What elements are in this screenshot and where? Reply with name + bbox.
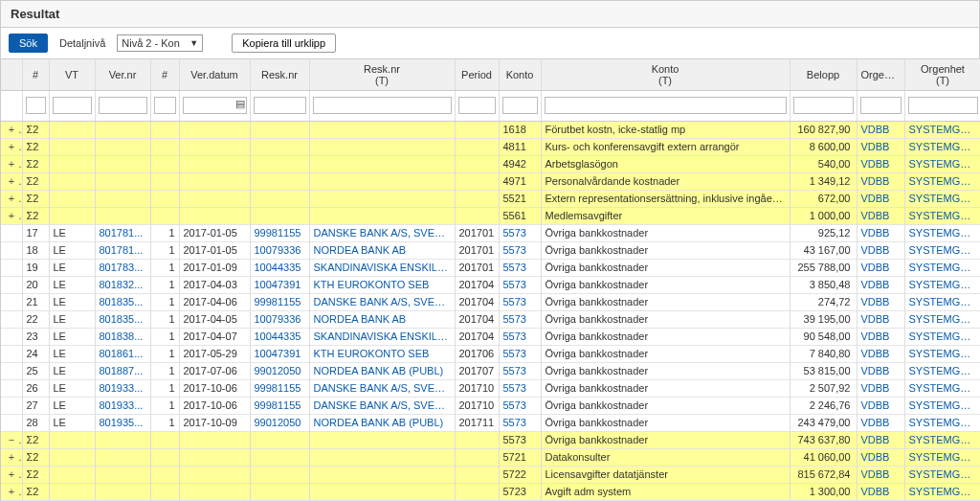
cell-orgenhet-t[interactable]: SYSTEMGRUP... [904, 293, 980, 310]
cell-orgenhet-t[interactable]: SYSTEMGRUP... [904, 190, 980, 207]
cell-orgenhet[interactable]: VDBB [857, 190, 904, 207]
col-vernr[interactable]: Ver.nr [95, 59, 150, 90]
expand-toggle[interactable]: + [5, 193, 18, 204]
cell-orgenhet-t[interactable]: SYSTEMGRUP... [904, 172, 980, 190]
summary-row[interactable]: +Σ25722Licensavgifter datatjänster815 67… [1, 466, 980, 483]
cell-resknr-t[interactable]: NORDEA BANK AB [309, 310, 455, 328]
col-orgenhet-t[interactable]: Orgenhet (T) [904, 59, 980, 90]
cell-orgenhet[interactable]: VDBB [857, 397, 904, 414]
cell-vernr[interactable]: 801933... [95, 379, 150, 397]
filter-vt[interactable] [53, 97, 92, 114]
cell-resknr[interactable]: 10079336 [250, 310, 309, 328]
table-row[interactable]: 28LE801935...12017-10-0999012050NORDEA B… [1, 414, 980, 431]
table-row[interactable]: 24LE801861...12017-05-2910047391KTH EURO… [1, 345, 980, 362]
cell-resknr[interactable]: 10079336 [250, 241, 309, 259]
col-konto-t[interactable]: Konto (T) [541, 59, 790, 90]
cell-resknr-t[interactable]: DANSKE BANK A/S, SVERIGE FIL... [309, 224, 455, 241]
cell-vernr[interactable]: 801861... [95, 345, 150, 362]
cell-orgenhet-t[interactable]: SYSTEMGRUP... [904, 431, 980, 448]
expand-toggle[interactable]: + [5, 124, 18, 135]
cell-orgenhet-t[interactable]: SYSTEMGRUP... [904, 241, 980, 259]
col-konto[interactable]: Konto [499, 59, 541, 90]
copy-to-clipboard-button[interactable]: Kopiera till urklipp [232, 34, 336, 53]
cell-resknr[interactable]: 10044335 [250, 328, 309, 345]
cell-orgenhet-t[interactable]: SYSTEMGRUP... [904, 483, 980, 500]
search-button[interactable]: Sök [9, 34, 48, 53]
cell-vernr[interactable]: 801835... [95, 310, 150, 328]
expand-toggle[interactable]: + [5, 210, 18, 221]
cell-vernr[interactable]: 801935... [95, 414, 150, 431]
col-expand[interactable] [1, 59, 22, 90]
col-orgenhet[interactable]: Orgenhet [857, 59, 904, 90]
cell-konto[interactable]: 5573 [499, 310, 541, 328]
cell-resknr-t[interactable]: NORDEA BANK AB (PUBL) [309, 362, 455, 379]
cell-orgenhet-t[interactable]: SYSTEMGRUP... [904, 310, 980, 328]
cell-resknr-t[interactable]: SKANDINAVISKA ENSKILDA BAN... [309, 259, 455, 276]
cell-konto[interactable]: 5573 [499, 414, 541, 431]
cell-orgenhet[interactable]: VDBB [857, 224, 904, 241]
expand-toggle[interactable]: + [5, 141, 18, 152]
summary-row[interactable]: −Σ25573Övriga bankkostnader743 637,80VDB… [1, 431, 980, 448]
col-verdatum[interactable]: Ver.datum [179, 59, 250, 90]
filter-konto[interactable] [502, 97, 538, 114]
cell-orgenhet-t[interactable]: SYSTEMGRUP... [904, 276, 980, 293]
table-row[interactable]: 25LE801887...12017-07-0699012050NORDEA B… [1, 362, 980, 379]
cell-resknr[interactable]: 99012050 [250, 362, 309, 379]
cell-orgenhet[interactable]: VDBB [857, 414, 904, 431]
summary-row[interactable]: +Σ24971Personalvårdande kostnader1 349,1… [1, 172, 980, 190]
summary-row[interactable]: +Σ25723Avgift adm system1 300,00VDBBSYST… [1, 483, 980, 500]
cell-orgenhet-t[interactable]: SYSTEMGRUP... [904, 448, 980, 466]
cell-orgenhet[interactable]: VDBB [857, 448, 904, 466]
table-row[interactable]: 22LE801835...12017-04-0510079336NORDEA B… [1, 310, 980, 328]
cell-orgenhet[interactable]: VDBB [857, 138, 904, 155]
cell-resknr[interactable]: 99012050 [250, 414, 309, 431]
cell-resknr[interactable]: 99981155 [250, 293, 309, 310]
table-row[interactable]: 27LE801933...12017-10-0699981155DANSKE B… [1, 397, 980, 414]
summary-row[interactable]: +Σ24942Arbetsglasögon540,00VDBBSYSTEMGRU… [1, 155, 980, 172]
cell-orgenhet[interactable]: VDBB [857, 466, 904, 483]
summary-row[interactable]: +Σ25721Datakonsulter41 060,00VDBBSYSTEMG… [1, 448, 980, 466]
cell-resknr[interactable]: 99981155 [250, 379, 309, 397]
cell-resknr-t[interactable]: DANSKE BANK A/S, SVERIGE FIL... [309, 379, 455, 397]
cell-konto[interactable]: 5573 [499, 328, 541, 345]
cell-orgenhet[interactable]: VDBB [857, 241, 904, 259]
filter-resknr-t[interactable] [313, 97, 452, 114]
cell-orgenhet-t[interactable]: SYSTEMGRUP... [904, 345, 980, 362]
col-hash[interactable]: # [150, 59, 179, 90]
cell-orgenhet-t[interactable]: SYSTEMGRUP... [904, 379, 980, 397]
cell-konto[interactable]: 5573 [499, 293, 541, 310]
cell-konto[interactable]: 5573 [499, 259, 541, 276]
cell-orgenhet[interactable]: VDBB [857, 431, 904, 448]
filter-belopp[interactable] [793, 97, 854, 114]
cell-resknr[interactable]: 99981155 [250, 224, 309, 241]
cell-orgenhet[interactable]: VDBB [857, 483, 904, 500]
cell-konto[interactable]: 5573 [499, 362, 541, 379]
cell-vernr[interactable]: 801933... [95, 397, 150, 414]
expand-toggle[interactable]: + [5, 451, 18, 463]
table-row[interactable]: 21LE801835...12017-04-0699981155DANSKE B… [1, 293, 980, 310]
table-row[interactable]: 17LE801781...12017-01-0599981155DANSKE B… [1, 224, 980, 241]
filter-period[interactable] [458, 97, 496, 114]
summary-row[interactable]: +Σ25521Extern representationsersättning,… [1, 190, 980, 207]
expand-toggle[interactable]: + [5, 468, 18, 480]
cell-orgenhet[interactable]: VDBB [857, 310, 904, 328]
cell-konto[interactable]: 5573 [499, 379, 541, 397]
cell-orgenhet[interactable]: VDBB [857, 362, 904, 379]
calendar-icon[interactable]: ▤ [235, 98, 245, 110]
cell-orgenhet-t[interactable]: SYSTEMGRUP... [904, 138, 980, 155]
cell-orgenhet[interactable]: VDBB [857, 379, 904, 397]
cell-konto[interactable]: 5573 [499, 276, 541, 293]
cell-orgenhet[interactable]: VDBB [857, 121, 904, 138]
cell-konto[interactable]: 5573 [499, 397, 541, 414]
table-row[interactable]: 19LE801783...12017-01-0910044335SKANDINA… [1, 259, 980, 276]
cell-orgenhet[interactable]: VDBB [857, 276, 904, 293]
table-row[interactable]: 18LE801781...12017-01-0510079336NORDEA B… [1, 241, 980, 259]
filter-konto-t[interactable] [545, 97, 787, 114]
cell-konto[interactable]: 5573 [499, 224, 541, 241]
cell-resknr[interactable]: 10044335 [250, 259, 309, 276]
cell-vernr[interactable]: 801781... [95, 224, 150, 241]
cell-resknr-t[interactable]: SKANDINAVISKA ENSKILDA BAN... [309, 328, 455, 345]
cell-resknr-t[interactable]: DANSKE BANK A/S, SVERIGE FIL... [309, 397, 455, 414]
summary-row[interactable]: +Σ24811Kurs- och konferensavgift extern … [1, 138, 980, 155]
cell-konto[interactable]: 5573 [499, 345, 541, 362]
